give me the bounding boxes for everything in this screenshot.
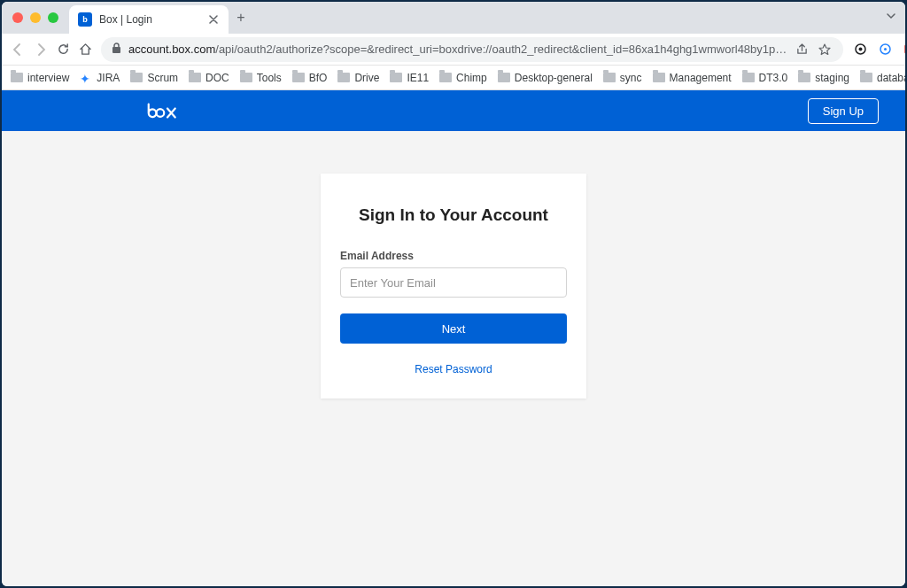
- minimize-window-button[interactable]: [30, 12, 41, 23]
- bookmark-bfo[interactable]: BfO: [292, 72, 328, 84]
- home-button[interactable]: [79, 41, 92, 58]
- bookmark-label: IE11: [407, 72, 429, 84]
- svg-point-2: [858, 48, 862, 51]
- folder-icon: [390, 73, 402, 82]
- tab-strip: b Box | Login +: [2, 2, 905, 34]
- bookmark-label: Desktop-general: [515, 72, 593, 84]
- close-tab-button[interactable]: [207, 13, 220, 26]
- reload-button[interactable]: [57, 41, 70, 58]
- bookmark-dt3.0[interactable]: DT3.0: [742, 72, 788, 84]
- bookmark-tools[interactable]: Tools: [240, 72, 282, 84]
- folder-icon: [292, 73, 305, 82]
- bookmark-management[interactable]: Management: [653, 72, 732, 84]
- bookmark-interview[interactable]: interview: [11, 72, 69, 84]
- login-card: Sign In to Your Account Email Address Ne…: [321, 174, 586, 398]
- reset-password-link[interactable]: Reset Password: [340, 363, 567, 375]
- bookmark-label: Drive: [354, 72, 379, 84]
- window-controls: [12, 12, 58, 23]
- sign-up-button[interactable]: Sign Up: [808, 98, 879, 124]
- bookmark-scrum[interactable]: Scrum: [130, 72, 178, 84]
- url-text: account.box.com/api/oauth2/authorize?sco…: [128, 43, 787, 56]
- bookmark-chimp[interactable]: Chimp: [439, 72, 487, 84]
- folder-icon: [798, 73, 810, 82]
- bookmark-jira[interactable]: ✦JIRA: [80, 72, 120, 84]
- box-logo: [143, 100, 182, 121]
- folder-icon: [860, 73, 872, 82]
- folder-icon: [189, 73, 201, 82]
- bookmark-label: JIRA: [97, 72, 120, 84]
- bookmark-label: Management: [670, 72, 732, 84]
- bookmark-label: interview: [27, 72, 69, 84]
- bookmark-label: DOC: [205, 72, 229, 84]
- svg-point-4: [884, 48, 887, 50]
- bookmark-label: DT3.0: [759, 72, 788, 84]
- svg-rect-0: [112, 47, 120, 53]
- ext-icon-1[interactable]: [852, 42, 868, 58]
- browser-toolbar: account.box.com/api/oauth2/authorize?sco…: [2, 34, 905, 66]
- bookmark-sync[interactable]: sync: [603, 72, 642, 84]
- share-icon[interactable]: [794, 42, 810, 58]
- maximize-window-button[interactable]: [48, 12, 58, 23]
- bookmark-label: databases: [877, 72, 905, 84]
- folder-icon: [742, 73, 755, 82]
- bookmark-desktop-general[interactable]: Desktop-general: [498, 72, 593, 84]
- folder-icon: [603, 73, 616, 82]
- bookmark-label: staging: [815, 72, 849, 84]
- svg-point-14: [157, 109, 165, 117]
- new-tab-button[interactable]: +: [229, 5, 253, 30]
- bookmark-label: Tools: [257, 72, 282, 84]
- bookmarks-bar: interview✦JIRAScrumDOCToolsBfODriveIE11C…: [2, 66, 905, 90]
- bookmark-label: Chimp: [456, 72, 487, 84]
- card-heading: Sign In to Your Account: [340, 205, 567, 225]
- browser-tab[interactable]: b Box | Login: [69, 5, 229, 34]
- extension-icons: [852, 41, 905, 58]
- next-button[interactable]: Next: [340, 313, 567, 344]
- tabs-dropdown-button[interactable]: [886, 11, 896, 24]
- folder-icon: [130, 73, 143, 82]
- folder-icon: [11, 73, 23, 82]
- folder-icon: [439, 73, 452, 82]
- bookmark-label: BfO: [309, 72, 328, 84]
- star-icon[interactable]: [817, 42, 833, 58]
- bookmark-label: Scrum: [147, 72, 178, 84]
- bookmark-label: sync: [620, 72, 642, 84]
- tab-title: Box | Login: [99, 13, 200, 26]
- box-favicon-icon: b: [78, 12, 92, 27]
- forward-button[interactable]: [34, 41, 48, 58]
- folder-icon: [653, 73, 665, 82]
- folder-icon: [240, 73, 252, 82]
- folder-icon: [498, 73, 510, 82]
- bookmark-databases[interactable]: databases: [860, 72, 905, 84]
- ext-icon-2[interactable]: [877, 42, 893, 58]
- close-window-button[interactable]: [12, 12, 23, 23]
- bookmark-drive[interactable]: Drive: [337, 72, 379, 84]
- ext-icon-3[interactable]: [902, 42, 905, 58]
- box-top-bar: Sign Up: [2, 90, 905, 131]
- page-content: Sign Up Sign In to Your Account Email Ad…: [2, 90, 905, 586]
- folder-icon: [337, 73, 350, 82]
- bookmark-ie11[interactable]: IE11: [390, 72, 429, 84]
- jira-icon: ✦: [80, 72, 92, 84]
- email-label: Email Address: [340, 250, 567, 262]
- bookmark-staging[interactable]: staging: [798, 72, 849, 84]
- email-input[interactable]: [340, 267, 567, 298]
- address-bar[interactable]: account.box.com/api/oauth2/authorize?sco…: [101, 37, 843, 62]
- back-button[interactable]: [11, 41, 25, 58]
- bookmark-doc[interactable]: DOC: [189, 72, 229, 84]
- lock-icon: [112, 43, 121, 57]
